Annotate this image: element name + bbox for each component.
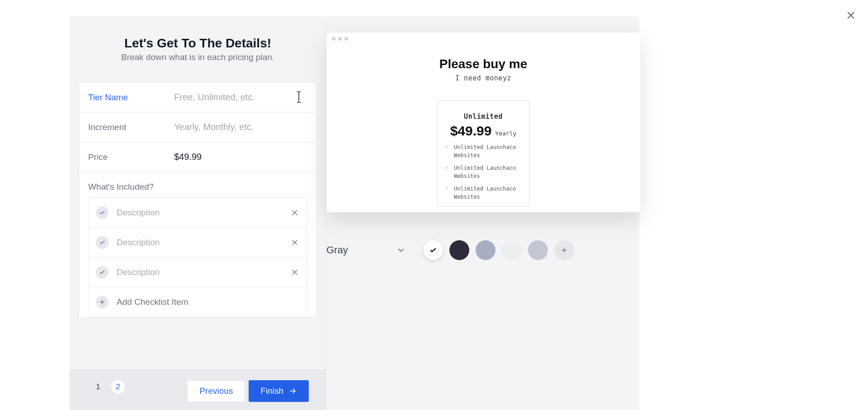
plus-icon — [560, 246, 568, 254]
checklist-input[interactable] — [117, 238, 290, 247]
preview-content: Please buy me I need moneyz Unlimited $4… — [326, 33, 640, 207]
check-icon — [444, 144, 449, 149]
check-icon — [444, 186, 449, 191]
increment-input[interactable] — [174, 122, 307, 132]
previous-button[interactable]: Previous — [187, 380, 245, 402]
form-title: Let's Get To The Details! — [70, 36, 326, 51]
increment-row: Increment — [79, 112, 316, 142]
palette-label: Gray — [326, 244, 348, 256]
tier-name-label: Tier Name — [88, 93, 174, 102]
plan-price: $49.99 — [450, 123, 492, 139]
price-input[interactable] — [174, 152, 307, 162]
traffic-light-dots — [332, 37, 348, 41]
plan-name: Unlimited — [444, 112, 523, 121]
tier-form: Tier Name Increment Price What's Include… — [79, 82, 317, 318]
check-icon — [96, 236, 108, 249]
finish-button[interactable]: Finish — [249, 380, 309, 402]
plan-feature: Unlimited Launchaco Websites — [444, 164, 523, 180]
swatch-light[interactable] — [502, 240, 522, 260]
check-icon — [429, 246, 438, 255]
form-heading: Let's Get To The Details! Break down wha… — [70, 36, 326, 62]
included-section: What's Included? — [79, 172, 316, 317]
close-button[interactable] — [844, 8, 858, 23]
color-palette: Gray — [326, 240, 639, 260]
included-label: What's Included? — [88, 182, 307, 192]
checklist: Add Checklist Item — [88, 197, 307, 317]
palette-dropdown[interactable] — [396, 245, 406, 255]
checklist-item — [89, 257, 307, 287]
step-2[interactable]: 2 — [111, 380, 125, 394]
swatch-gray[interactable] — [528, 240, 548, 260]
tier-name-row: Tier Name — [79, 83, 316, 112]
price-label: Price — [88, 152, 174, 162]
close-icon — [845, 10, 856, 21]
add-checklist-label: Add Checklist Item — [117, 297, 188, 307]
preview-subtitle: I need moneyz — [326, 74, 640, 82]
chevron-down-icon — [396, 245, 406, 255]
finish-label: Finish — [260, 386, 283, 396]
plan-feature-text: Unlimited Launchaco Websites — [454, 164, 523, 180]
step-1[interactable]: 1 — [91, 380, 105, 394]
arrow-right-icon — [288, 387, 297, 396]
checklist-input[interactable] — [117, 208, 290, 218]
remove-item-button[interactable] — [290, 267, 300, 277]
add-checklist-item[interactable]: Add Checklist Item — [89, 287, 307, 317]
remove-item-button[interactable] — [290, 238, 300, 247]
step-indicator: 1 2 — [91, 380, 125, 394]
preview-title: Please buy me — [326, 57, 640, 71]
modal-stage: Let's Get To The Details! Break down wha… — [70, 16, 639, 410]
checklist-input[interactable] — [117, 267, 290, 277]
form-subtitle: Break down what is in each pricing plan. — [70, 52, 326, 62]
remove-item-button[interactable] — [290, 208, 300, 218]
add-swatch-button[interactable] — [554, 240, 574, 260]
price-row: Price — [79, 142, 316, 172]
plan-feature-text: Unlimited Launchaco Websites — [454, 143, 523, 159]
left-scroll: Let's Get To The Details! Break down wha… — [70, 16, 326, 369]
swatch-dark[interactable] — [449, 240, 469, 260]
checklist-item — [89, 228, 307, 257]
swatch-row — [423, 240, 574, 260]
plan-card: Unlimited $49.99 Yearly Unlimited Launch… — [437, 100, 529, 207]
left-pane: Let's Get To The Details! Break down wha… — [70, 16, 326, 410]
plan-period: Yearly — [495, 130, 516, 137]
preview-window: Please buy me I need moneyz Unlimited $4… — [326, 33, 640, 212]
tier-name-input[interactable] — [174, 92, 307, 102]
checklist-item — [89, 198, 307, 228]
check-icon — [96, 206, 108, 219]
swatch-slate[interactable] — [476, 240, 495, 260]
plan-feature: Unlimited Launchaco Websites — [444, 185, 523, 201]
increment-label: Increment — [88, 122, 174, 132]
plus-icon — [96, 296, 108, 308]
plan-feature-text: Unlimited Launchaco Websites — [454, 185, 523, 201]
plan-feature: Unlimited Launchaco Websites — [444, 143, 523, 159]
swatch-white[interactable] — [423, 240, 443, 260]
wizard-footer: 1 2 Previous Finish — [70, 369, 326, 410]
right-pane: Please buy me I need moneyz Unlimited $4… — [326, 16, 639, 410]
check-icon — [444, 165, 449, 170]
check-icon — [96, 266, 108, 279]
